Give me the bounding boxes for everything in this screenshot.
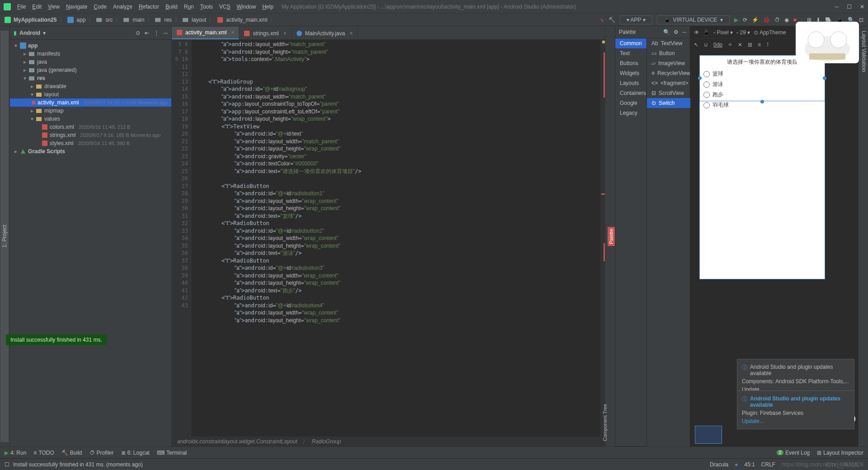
tree-styles[interactable]: styles.xml	[50, 140, 74, 146]
tool-todo[interactable]: ≡TODO	[33, 450, 54, 456]
close-tab-icon[interactable]: ×	[231, 29, 234, 36]
magnet-icon[interactable]: ∪	[704, 42, 708, 48]
search-icon[interactable]: 🔍	[663, 29, 670, 35]
palette-cat-text[interactable]: Text	[615, 48, 646, 58]
status-theme[interactable]: Dracula	[710, 461, 728, 468]
line-gutter[interactable]: 5 6 7 8 9 10 11 12 13 14 15 16 17 18 19 …	[172, 40, 192, 437]
tool-logcat[interactable]: ≣6: Logcat	[121, 450, 150, 456]
status-enc[interactable]: CRLF	[761, 461, 775, 468]
cursor-icon[interactable]: ↖	[694, 42, 698, 48]
code-minimap[interactable]	[600, 40, 605, 437]
collapse-icon[interactable]: ⇤	[145, 30, 149, 36]
close-tab-icon[interactable]: ×	[349, 30, 353, 37]
blueprint-thumb[interactable]	[695, 426, 722, 444]
tool-eventlog[interactable]: 2Event Log	[777, 450, 810, 456]
hide-icon[interactable]: ─	[682, 29, 686, 35]
menu-refactor[interactable]: Refactor	[136, 2, 162, 12]
palette-cat-common[interactable]: Common	[615, 38, 646, 48]
crumb-layout[interactable]: layout	[192, 17, 206, 23]
crumb-res[interactable]: res	[164, 17, 172, 23]
tree-drawable[interactable]: drawable	[44, 83, 66, 89]
tool-build[interactable]: 🔨Build	[61, 450, 82, 456]
menu-window[interactable]: Window	[234, 2, 259, 12]
eye-icon[interactable]: 👁	[694, 29, 699, 36]
palette-cat-containers[interactable]: Containers	[615, 88, 646, 98]
tool-profiler[interactable]: ⏱Profiler	[90, 450, 114, 456]
tab-component-tree[interactable]: Component Tree	[602, 401, 608, 444]
palette-item-button[interactable]: ▭Button	[647, 48, 694, 58]
project-tree[interactable]: ▾app ▸manifests ▸java ▸java (generated) …	[10, 40, 171, 446]
palette-item-fragment[interactable]: <><fragment>	[647, 78, 694, 88]
path-radiogroup[interactable]: RadioGroup	[312, 438, 341, 445]
project-view-selector[interactable]: Android	[19, 30, 40, 36]
tree-layout[interactable]: layout	[44, 91, 59, 98]
tab-project[interactable]: 1: Project	[0, 31, 9, 442]
status-widget[interactable]: ●	[735, 461, 738, 468]
orient-icon[interactable]: 📱	[703, 29, 710, 36]
menu-code[interactable]: Code	[91, 2, 109, 12]
device-selector[interactable]: 📱VIRTUAL DEVICE ▾	[657, 15, 730, 24]
tree-java[interactable]: java	[37, 59, 47, 65]
notification-2[interactable]: ⓘAndroid Studio and plugin updates avail…	[737, 390, 854, 429]
path-constraintlayout[interactable]: androidx.constraintlayout.widget.Constra…	[177, 438, 297, 445]
close-tab-icon[interactable]: ×	[283, 30, 287, 37]
tab-layout-validation[interactable]: Layout Validation	[861, 31, 867, 442]
menu-run[interactable]: Run	[181, 2, 197, 12]
attach-icon[interactable]: ◉	[784, 17, 789, 23]
palette-item-scrollview[interactable]: ⊟ScrollView	[647, 88, 694, 98]
device-pixel[interactable]: ▫ Pixel ▾	[713, 29, 733, 36]
tab-activity-main[interactable]: activity_main.xml×	[172, 27, 239, 39]
menu-analyze[interactable]: Analyze	[110, 2, 135, 12]
align-icon[interactable]: ≡	[758, 42, 761, 48]
tree-mipmap[interactable]: mipmap	[44, 108, 64, 114]
menu-view[interactable]: View	[45, 2, 62, 12]
palette-cat-google[interactable]: Google	[615, 98, 646, 108]
tool-run[interactable]: ▶4: Run	[5, 450, 26, 456]
tree-colors[interactable]: colors.xml	[50, 124, 74, 130]
palette-item-textview[interactable]: AbTextView	[647, 38, 694, 48]
palette-item-imageview[interactable]: ▱ImageView	[647, 58, 694, 68]
design-surface[interactable]: 请选择一项你喜欢的体育项目 篮球 游泳 跑步 羽毛球	[699, 55, 825, 279]
status-pos[interactable]: 45:1	[745, 461, 755, 468]
run-config-selector[interactable]: ▾ APP ▾	[620, 15, 652, 24]
apply-changes-icon[interactable]: ⚡	[752, 17, 759, 23]
debug-icon[interactable]: 🐞	[763, 17, 770, 23]
palette-item-recyclerview[interactable]: ≡RecyclerView	[647, 68, 694, 78]
api-level[interactable]: ▫ 29 ▾	[736, 29, 750, 36]
tree-app[interactable]: app	[28, 42, 38, 49]
crumb-app[interactable]: app	[76, 17, 85, 23]
target-icon[interactable]: ⊙	[136, 30, 140, 36]
tab-mainactivity[interactable]: MainActivity.java×	[292, 28, 358, 39]
code-editor[interactable]: "a">android:layout_width="match_parent" …	[192, 40, 600, 437]
tree-gradle[interactable]: Gradle Scripts	[28, 148, 65, 155]
menu-file[interactable]: File	[14, 2, 28, 12]
pack-icon[interactable]: ⊞	[748, 42, 752, 48]
palette-cat-buttons[interactable]: Buttons	[615, 58, 646, 68]
tool-terminal[interactable]: ⌨Terminal	[157, 450, 187, 456]
tree-activity-main[interactable]: activity_main.xml	[38, 99, 79, 106]
crumb-main[interactable]: main	[132, 17, 144, 23]
menu-tools[interactable]: Tools	[198, 2, 216, 12]
tree-strings[interactable]: strings.xml	[50, 132, 75, 138]
minimize-icon[interactable]: ─	[835, 4, 839, 10]
gear-icon[interactable]: ⚙	[674, 29, 679, 35]
crumb-project[interactable]: MyApplication25	[14, 17, 57, 23]
notif-link[interactable]: Update...	[742, 418, 849, 424]
crumb-src[interactable]: src	[105, 17, 113, 23]
menu-help[interactable]: Help	[259, 2, 276, 12]
menu-vcs[interactable]: VCS	[217, 2, 233, 12]
palette-cat-widgets[interactable]: Widgets	[615, 68, 646, 78]
tab-palette[interactable]: Palette	[608, 227, 615, 246]
back-icon[interactable]: ↘	[599, 17, 604, 23]
tree-manifests[interactable]: manifests	[37, 51, 60, 57]
palette-cat-layouts[interactable]: Layouts	[615, 78, 646, 88]
tool-layout-inspector[interactable]: ⊞Layout Inspector	[817, 450, 863, 456]
tree-java-gen[interactable]: java (generated)	[37, 67, 76, 73]
theme-selector[interactable]: ⊙ AppTheme	[754, 29, 786, 36]
debug-run-icon[interactable]: ⟳	[743, 17, 747, 23]
margin-default[interactable]: 0dp	[713, 42, 722, 48]
crumb-file[interactable]: activity_main.xml	[226, 17, 267, 23]
gear-icon[interactable]: ⋮	[154, 30, 159, 36]
maximize-icon[interactable]: ☐	[847, 4, 852, 10]
tree-values[interactable]: values	[44, 116, 60, 122]
